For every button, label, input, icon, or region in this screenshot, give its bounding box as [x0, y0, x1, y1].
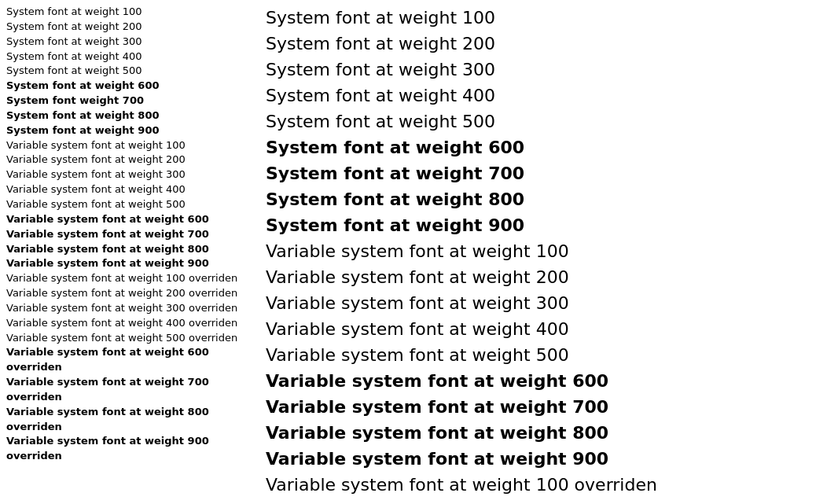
left-variable-w300: Variable system font at weight 300: [6, 167, 242, 182]
left-variable-w100: Variable system font at weight 100: [6, 138, 242, 153]
left-override-w600: Variable system font at weight 600 overr…: [6, 345, 242, 375]
left-variable-w700: Variable system font at weight 700: [6, 227, 242, 242]
left-system-w700: System font weight 700: [6, 94, 242, 109]
right-override-w200: Variable system font at weight 200 overr…: [266, 498, 832, 504]
left-column: System font at weight 100 System font at…: [6, 5, 258, 504]
right-system-w300: System font at weight 300: [266, 57, 832, 83]
left-system-w100: System font at weight 100: [6, 5, 242, 20]
left-system-w400: System font at weight 400: [6, 50, 242, 64]
right-system-w200: System font at weight 200: [266, 31, 832, 57]
left-variable-w500: Variable system font at weight 500: [6, 197, 242, 212]
right-system-w800: System font at weight 800: [266, 186, 832, 212]
right-variable-w900: Variable system font at weight 900: [266, 446, 832, 472]
left-system-w300: System font at weight 300: [6, 35, 242, 50]
left-system-w900: System font at weight 900: [6, 123, 242, 138]
right-variable-w600: Variable system font at weight 600: [266, 368, 832, 394]
right-override-w100: Variable system font at weight 100 overr…: [266, 472, 832, 498]
left-variable-w400: Variable system font at weight 400: [6, 182, 242, 197]
left-override-w500: Variable system font at weight 500 overr…: [6, 331, 242, 346]
right-system-w400: System font at weight 400: [266, 83, 832, 109]
left-system-w600: System font at weight 600: [6, 79, 242, 94]
left-override-w200: Variable system font at weight 200 overr…: [6, 286, 242, 301]
right-column: System font at weight 100 System font at…: [258, 5, 832, 504]
left-variable-w800: Variable system font at weight 800: [6, 242, 242, 257]
left-override-w900: Variable system font at weight 900 overr…: [6, 434, 242, 464]
right-system-w100: System font at weight 100: [266, 5, 832, 31]
right-variable-w700: Variable system font at weight 700: [266, 394, 832, 420]
right-variable-w100: Variable system font at weight 100: [266, 238, 832, 264]
left-override-w100: Variable system font at weight 100 overr…: [6, 271, 242, 286]
left-override-w800: Variable system font at weight 800 overr…: [6, 405, 242, 435]
main-layout: System font at weight 100 System font at…: [6, 5, 832, 504]
right-system-w700: System font at weight 700: [266, 160, 832, 186]
right-variable-w400: Variable system font at weight 400: [266, 316, 832, 342]
left-system-w500: System font at weight 500: [6, 64, 242, 79]
left-override-w300: Variable system font at weight 300 overr…: [6, 301, 242, 316]
right-system-w500: System font at weight 500: [266, 109, 832, 134]
left-variable-w600: Variable system font at weight 600: [6, 212, 242, 227]
right-variable-w500: Variable system font at weight 500: [266, 342, 832, 368]
left-override-w700: Variable system font at weight 700 overr…: [6, 375, 242, 405]
left-system-w200: System font at weight 200: [6, 20, 242, 35]
right-system-w600: System font at weight 600: [266, 134, 832, 160]
left-variable-w900: Variable system font at weight 900: [6, 256, 242, 271]
left-override-w400: Variable system font at weight 400 overr…: [6, 316, 242, 331]
right-system-w900: System font at weight 900: [266, 212, 832, 238]
right-variable-w300: Variable system font at weight 300: [266, 290, 832, 316]
right-variable-w800: Variable system font at weight 800: [266, 420, 832, 446]
left-variable-w200: Variable system font at weight 200: [6, 153, 242, 167]
left-system-w800: System font at weight 800: [6, 109, 242, 123]
right-variable-w200: Variable system font at weight 200: [266, 264, 832, 290]
